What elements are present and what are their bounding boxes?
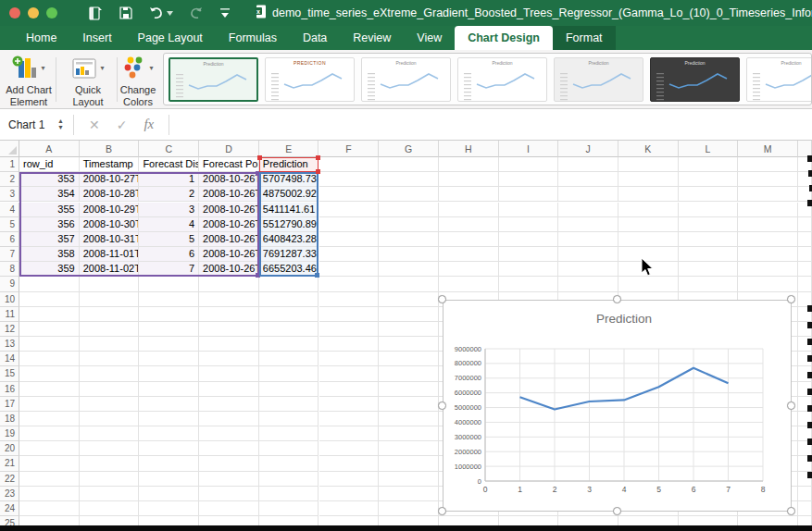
cell-A7[interactable]: 358 (19, 247, 80, 262)
cell-J4[interactable] (558, 203, 618, 217)
cell-K9[interactable] (618, 277, 679, 291)
cell-C21[interactable] (139, 456, 199, 471)
row-header-2[interactable]: 2 (0, 172, 19, 187)
cell-C23[interactable] (139, 487, 199, 501)
cell-D9[interactable] (199, 277, 259, 291)
cell-D22[interactable] (199, 472, 259, 487)
cell-C4[interactable]: 3 (139, 203, 199, 217)
column-header-L[interactable]: L (679, 141, 739, 157)
cell-L5[interactable] (679, 217, 739, 232)
cell-M4[interactable] (738, 203, 798, 217)
cell-B11[interactable] (80, 307, 140, 322)
cell-E21[interactable] (259, 456, 319, 471)
cell-F7[interactable] (319, 247, 380, 262)
cell-C6[interactable]: 5 (139, 232, 199, 247)
cell-H4[interactable] (439, 203, 499, 217)
cell-G12[interactable] (379, 322, 439, 337)
cell-F19[interactable] (319, 426, 380, 441)
cell-C10[interactable] (139, 292, 199, 307)
cell-B8[interactable]: 2008-11-02T (80, 262, 140, 277)
cell-B14[interactable] (80, 352, 140, 366)
cell-H6[interactable] (439, 232, 499, 247)
select-all-corner[interactable] (0, 141, 19, 157)
cell-C8[interactable]: 7 (139, 262, 199, 277)
cell-F2[interactable] (319, 172, 380, 187)
row-header-20[interactable]: 20 (0, 441, 19, 456)
row-header-24[interactable]: 24 (0, 501, 19, 516)
row-header-13[interactable]: 13 (0, 337, 19, 352)
cell-D11[interactable] (199, 307, 259, 322)
cell-D4[interactable]: 2008-10-26T (199, 203, 259, 217)
column-header-C[interactable]: C (139, 141, 199, 157)
cell-F4[interactable] (319, 203, 380, 217)
cell-G21[interactable] (379, 456, 439, 471)
chart-selection-handle[interactable] (438, 401, 446, 410)
undo-icon[interactable] (149, 6, 173, 19)
cell-G10[interactable] (379, 292, 439, 307)
cell-A5[interactable]: 356 (19, 217, 80, 232)
cell-A8[interactable]: 359 (19, 262, 80, 277)
cell-G22[interactable] (379, 472, 439, 487)
cell-K6[interactable] (618, 232, 679, 247)
cell-G9[interactable] (379, 277, 439, 291)
cell-G4[interactable] (379, 203, 439, 217)
cell-D17[interactable] (199, 397, 259, 412)
cell-E19[interactable] (259, 426, 319, 441)
cell-B6[interactable]: 2008-10-31T (80, 232, 140, 247)
cell-A3[interactable]: 354 (19, 187, 80, 202)
tab-view[interactable]: View (404, 26, 455, 50)
chart-selection-handle[interactable] (613, 507, 621, 515)
cell-I2[interactable] (499, 172, 559, 187)
tab-review[interactable]: Review (340, 26, 404, 50)
cell-D8[interactable]: 2008-10-26T (199, 262, 259, 277)
confirm-icon[interactable]: ✓ (117, 117, 128, 132)
cell-A17[interactable] (19, 397, 80, 412)
cancel-icon[interactable]: ✕ (89, 117, 100, 132)
cell-partial-6[interactable] (798, 232, 812, 247)
cell-L3[interactable] (679, 187, 739, 202)
cell-C3[interactable]: 2 (139, 187, 199, 202)
cell-B22[interactable] (80, 472, 140, 487)
row-header-1[interactable]: 1 (0, 157, 19, 172)
cell-E7[interactable]: 7691287.33 (259, 247, 319, 262)
cell-D20[interactable] (199, 441, 259, 456)
close-button[interactable] (9, 7, 20, 19)
cell-D23[interactable] (199, 487, 259, 501)
cell-D1[interactable]: Forecast Poi (199, 157, 259, 172)
cell-E15[interactable] (259, 366, 319, 381)
cell-B19[interactable] (80, 426, 140, 441)
cell-D12[interactable] (199, 322, 259, 337)
cell-F17[interactable] (319, 397, 380, 412)
row-header-19[interactable]: 19 (0, 426, 19, 441)
chart-style-4[interactable]: Prediction (457, 57, 547, 102)
column-header-M[interactable]: M (738, 141, 798, 157)
cell-A12[interactable] (19, 322, 80, 337)
cell-I4[interactable] (499, 203, 559, 217)
cell-M3[interactable] (738, 187, 798, 202)
cell-L8[interactable] (679, 262, 739, 277)
cell-E8[interactable]: 6655203.46 (259, 262, 319, 277)
cell-E23[interactable] (259, 487, 319, 501)
cell-F10[interactable] (319, 292, 380, 307)
cell-D15[interactable] (199, 366, 259, 381)
cell-C16[interactable] (139, 382, 199, 397)
cell-G14[interactable] (379, 352, 439, 366)
row-header-8[interactable]: 8 (0, 262, 19, 277)
column-header-H[interactable]: H (439, 141, 499, 157)
column-header-I[interactable]: I (499, 141, 559, 157)
cell-M8[interactable] (738, 262, 798, 277)
cell-G18[interactable] (379, 412, 439, 426)
cell-J2[interactable] (558, 172, 618, 187)
name-box-stepper[interactable]: ▲▼ (57, 118, 64, 130)
row-header-10[interactable]: 10 (0, 292, 19, 307)
cell-F24[interactable] (319, 501, 380, 516)
cell-C9[interactable] (139, 277, 199, 291)
cell-G7[interactable] (379, 247, 439, 262)
cell-L7[interactable] (679, 247, 739, 262)
cell-F8[interactable] (319, 262, 380, 277)
cell-L1[interactable] (679, 157, 739, 172)
cell-I5[interactable] (499, 217, 559, 232)
chart-selection-handle[interactable] (613, 295, 621, 303)
cell-F15[interactable] (319, 366, 380, 381)
cell-B16[interactable] (80, 382, 140, 397)
